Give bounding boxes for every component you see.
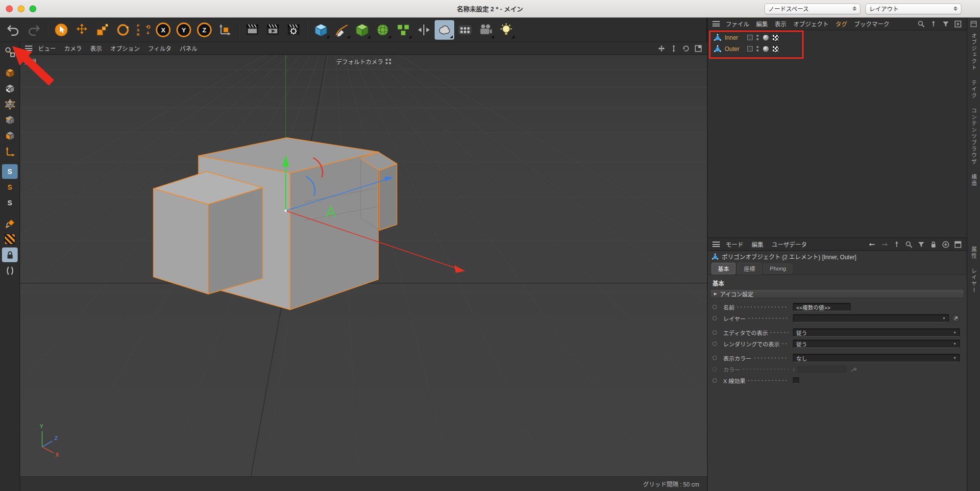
snap-toggle-button[interactable]: S [2, 196, 18, 210]
animation-toggle[interactable] [712, 356, 717, 360]
tweak-tool-column[interactable]: ⟲ + [143, 20, 153, 40]
fill-bucket-button[interactable] [2, 216, 18, 231]
side-tab[interactable]: レイヤー [970, 268, 978, 294]
move-tool[interactable] [72, 20, 92, 40]
layer-dropdown[interactable]: ▼ [793, 314, 949, 322]
motion-camera-button[interactable] [476, 20, 495, 40]
viewport-menu-item[interactable]: フィルタ [148, 44, 172, 52]
volume-builder-button[interactable] [435, 20, 454, 40]
pan-view-icon[interactable] [658, 45, 665, 52]
render-view-button[interactable] [243, 20, 262, 40]
object-manager-menu-item[interactable]: ブックマーク [854, 20, 889, 28]
icon-settings-group[interactable]: ▶ アイコン設定 [710, 289, 964, 298]
phong-tag-icon[interactable] [762, 34, 769, 41]
live-selection-tool[interactable] [51, 20, 71, 40]
history-back-icon[interactable] [868, 241, 876, 248]
uvw-tag-icon[interactable] [772, 34, 779, 41]
axis-lock-button[interactable]: Z [195, 20, 214, 40]
psr-tool-column[interactable]: P S R [133, 20, 143, 40]
add-subdivision-surface-button[interactable] [352, 20, 372, 40]
attribute-tab[interactable]: 座標 [737, 263, 761, 274]
viewport-menu-item[interactable]: パネル [180, 44, 197, 52]
dock-icon[interactable] [970, 21, 977, 27]
nodespace-select[interactable]: ノードスペース [764, 3, 860, 14]
animation-toggle[interactable] [712, 342, 717, 346]
render-visibility-dropdown[interactable]: 従う▼ [793, 340, 960, 348]
points-mode-button[interactable] [2, 97, 18, 111]
animation-toggle[interactable] [712, 305, 717, 309]
enable-axis-button[interactable] [2, 144, 18, 158]
texture-mode-button[interactable] [2, 81, 18, 96]
viewport-canvas[interactable]: Y X Z 透視 デフォルトカメラ [20, 55, 707, 476]
add-cloner-button[interactable] [393, 20, 413, 40]
model-mode-button[interactable] [2, 65, 18, 80]
side-tab[interactable]: オブジェクト [970, 33, 978, 71]
parent-up-icon[interactable] [930, 20, 937, 28]
uvw-tag-icon[interactable] [772, 46, 779, 52]
viewport-menu-item[interactable]: ビュー [38, 44, 56, 52]
side-tab[interactable]: 構造 [970, 174, 978, 187]
viewport-menu-item[interactable]: 表示 [90, 44, 102, 52]
snap-toggle-button[interactable]: S [2, 180, 18, 195]
minimize-button[interactable] [18, 5, 24, 12]
search-icon[interactable] [905, 241, 913, 248]
dolly-view-icon[interactable] [670, 45, 678, 52]
axis-lock-button[interactable]: Y [174, 20, 194, 40]
close-button[interactable] [6, 5, 13, 12]
attribute-manager-hamburger-icon[interactable] [712, 242, 720, 247]
viewport-solo-button[interactable] [2, 232, 18, 246]
attribute-manager-menu-item[interactable]: ユーザデータ [772, 240, 807, 248]
attribute-tab[interactable]: 基本 [711, 263, 735, 274]
render-settings-button[interactable] [284, 20, 303, 40]
object-manager-menu-item[interactable]: 編集 [756, 20, 768, 28]
scale-tool[interactable] [93, 20, 112, 40]
axis-lock-button[interactable]: X [153, 20, 173, 40]
parent-up-icon[interactable] [893, 241, 901, 248]
display-color-dropdown[interactable]: なし▼ [793, 354, 960, 362]
attribute-manager-menu-item[interactable]: モード [726, 240, 743, 248]
view-type-label[interactable]: 透視 [24, 57, 36, 66]
side-tab[interactable]: 属性 [970, 246, 978, 259]
new-panel-icon[interactable] [954, 241, 962, 248]
search-icon[interactable] [917, 20, 925, 28]
render-to-picture-viewer-button[interactable] [263, 20, 283, 40]
attribute-manager-menu-item[interactable]: 編集 [752, 240, 763, 248]
editor-visibility-dropdown[interactable]: 従う▼ [793, 328, 960, 337]
filter-icon[interactable] [942, 20, 950, 28]
coordinate-system-button[interactable] [215, 20, 235, 40]
viewport-hamburger-icon[interactable] [25, 46, 32, 51]
viewport-menu-item[interactable]: オプション [110, 44, 140, 52]
object-row[interactable]: Inner [708, 32, 779, 43]
camera-label[interactable]: デフォルトカメラ [336, 57, 391, 66]
animation-toggle[interactable] [712, 316, 717, 320]
lock-icon[interactable] [930, 241, 937, 248]
filter-icon[interactable] [917, 241, 925, 248]
brackets-button[interactable] [2, 263, 18, 278]
add-cube-primitive-button[interactable] [311, 20, 331, 40]
new-panel-icon[interactable] [954, 20, 962, 28]
object-manager-menu-item[interactable]: ファイル [726, 20, 749, 28]
history-forward-icon[interactable] [881, 241, 888, 248]
animation-toggle[interactable] [712, 330, 717, 335]
object-row[interactable]: Outer [708, 43, 779, 54]
xray-checkbox[interactable] [793, 377, 799, 384]
zoom-button[interactable] [29, 5, 36, 12]
layer-badge[interactable] [747, 46, 753, 51]
snap-toggle-button[interactable]: S [2, 164, 18, 179]
layer-badge[interactable] [747, 35, 753, 40]
edges-mode-button[interactable] [2, 112, 18, 127]
phong-tag-icon[interactable] [762, 46, 769, 52]
undo-button[interactable] [3, 20, 23, 40]
side-tab[interactable]: コンテンツブラウザ [970, 108, 978, 165]
maximize-view-icon[interactable] [694, 45, 702, 52]
visibility-dots[interactable] [757, 35, 759, 40]
rotate-view-icon[interactable] [682, 45, 690, 52]
polygons-mode-button[interactable] [2, 128, 18, 143]
add-field-sphere-button[interactable] [373, 20, 392, 40]
layout-select[interactable]: レイアウト [865, 3, 961, 14]
attribute-tab[interactable]: Phong [763, 264, 792, 273]
object-manager-menu-item[interactable]: オブジェクト [793, 20, 829, 28]
object-manager-hamburger-icon[interactable] [712, 21, 720, 26]
name-input[interactable] [793, 303, 851, 311]
object-manager-menu-item[interactable]: タグ [835, 20, 847, 28]
